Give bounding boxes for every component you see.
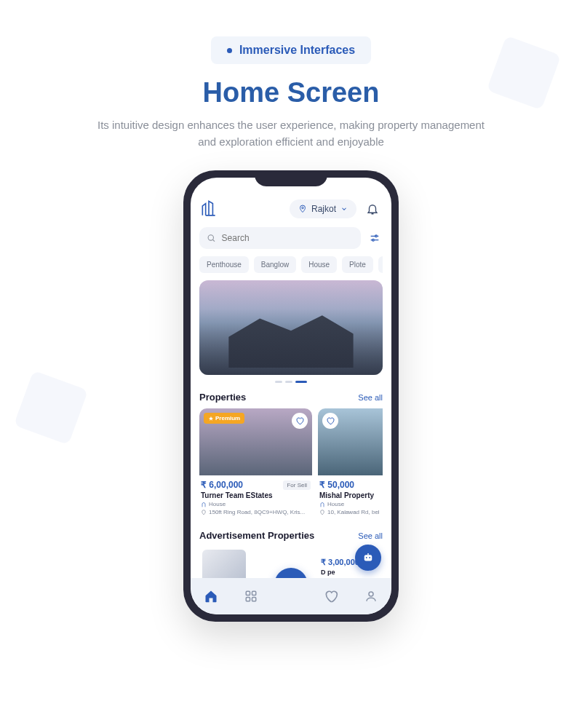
nav-home[interactable] [202, 587, 220, 606]
carousel-dot[interactable] [275, 381, 282, 383]
decorative-cube [14, 371, 89, 446]
svg-rect-7 [246, 591, 250, 595]
notifications-button[interactable] [362, 199, 383, 219]
svg-point-3 [372, 239, 375, 241]
phone-screen: Rajkot Penthouse [191, 178, 391, 614]
property-type: House [209, 501, 226, 507]
heart-icon [326, 416, 335, 425]
location-selector[interactable]: Rajkot [290, 199, 356, 218]
category-chip[interactable]: House [301, 256, 337, 273]
nav-profile[interactable] [362, 587, 380, 606]
property-card[interactable]: ₹ 50,000 Mishal Property House 10, Kalaw… [318, 408, 383, 520]
heart-icon [324, 589, 338, 604]
page-subtitle: Its intuitive design enhances the user e… [87, 117, 495, 150]
property-card[interactable]: Premium ₹ 6,00,000 For Sell Turner Team … [199, 408, 312, 520]
category-chip[interactable]: Banglow [254, 256, 296, 273]
properties-row: Premium ₹ 6,00,000 For Sell Turner Team … [199, 408, 383, 520]
svg-point-11 [369, 592, 373, 596]
chat-fab[interactable] [355, 545, 381, 571]
search-box[interactable] [199, 227, 361, 249]
favorite-button[interactable] [292, 413, 308, 429]
property-price: ₹ 6,00,000 [201, 480, 243, 490]
svg-point-5 [366, 557, 367, 558]
favorite-button[interactable] [322, 413, 338, 429]
user-icon [364, 590, 378, 603]
svg-point-2 [375, 235, 378, 237]
bell-icon [366, 202, 379, 215]
nav-grid[interactable] [242, 587, 260, 606]
search-input[interactable] [222, 233, 354, 243]
app-topbar: Rajkot [199, 198, 383, 220]
star-icon [208, 416, 214, 422]
pin-icon [319, 510, 325, 515]
svg-point-0 [302, 207, 304, 209]
svg-point-6 [369, 557, 370, 558]
phone-mockup: Rajkot Penthouse [183, 170, 399, 622]
pin-icon [201, 510, 207, 515]
pill-label: Immersive Interfaces [239, 44, 355, 57]
grid-icon [244, 590, 258, 603]
chatbot-icon [362, 551, 375, 564]
pin-icon [298, 205, 307, 213]
building-icon [201, 502, 207, 507]
category-pill: Immersive Interfaces [211, 36, 371, 64]
property-name: Turner Team EStates [201, 491, 311, 499]
hero-banner[interactable] [199, 280, 383, 375]
property-address: 150ft Ring Road, 8QC9+HWQ, Kris... [209, 509, 305, 515]
building-icon [319, 502, 325, 507]
category-chip[interactable]: Penthouse [199, 256, 249, 273]
svg-rect-10 [252, 598, 255, 601]
section-title-ads: Advertisement Properties [199, 530, 314, 541]
carousel-dots [199, 381, 383, 383]
search-icon [207, 233, 216, 243]
svg-rect-9 [246, 598, 250, 601]
carousel-dot[interactable] [285, 381, 292, 383]
property-price: ₹ 50,000 [319, 480, 354, 490]
heart-icon [295, 416, 304, 425]
section-title-properties: Properties [199, 392, 246, 403]
property-type: House [327, 501, 344, 507]
carousel-dot-active[interactable] [295, 381, 307, 383]
property-address: 10, Kalawad Rd, bel [327, 509, 380, 515]
nav-favorites[interactable] [322, 587, 340, 606]
property-tag: For Sell [283, 480, 311, 490]
see-all-link[interactable]: See all [358, 393, 383, 402]
ad-name: D pe [321, 569, 359, 576]
sliders-icon [369, 232, 380, 244]
location-label: Rajkot [311, 204, 336, 214]
app-logo[interactable] [199, 198, 218, 220]
category-chip[interactable]: Plote [342, 256, 373, 273]
chevron-down-icon [340, 205, 348, 213]
svg-rect-8 [252, 591, 255, 595]
ad-price: ₹ 3,00,000 [321, 558, 359, 567]
phone-notch [255, 170, 327, 186]
bullet-icon [227, 48, 232, 53]
see-all-link[interactable]: See all [358, 531, 383, 540]
svg-point-1 [208, 235, 213, 240]
bottom-nav [191, 578, 391, 614]
property-name: Mishal Property [319, 491, 383, 499]
svg-rect-4 [364, 555, 372, 561]
category-chips: Penthouse Banglow House Plote Co [199, 256, 383, 273]
filter-button[interactable] [367, 230, 383, 246]
category-chip[interactable]: Co [378, 256, 383, 273]
premium-badge: Premium [204, 413, 244, 424]
home-icon [204, 589, 218, 604]
